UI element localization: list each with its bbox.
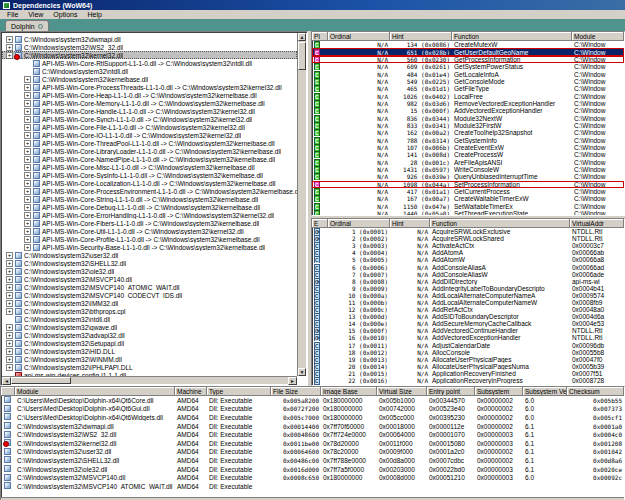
scroll-left-arrow[interactable]: ◄ xyxy=(2,377,11,385)
import-row[interactable]: CN/A1026 (0x0402)LocalFreeC:\Window xyxy=(312,92,624,99)
import-row[interactable]: CN/A833 (0x0341)Module32FirstWC:\Window xyxy=(312,122,624,129)
expand-toggle-icon[interactable]: + xyxy=(24,156,31,163)
import-row[interactable]: CN/A651 (0x028b)GetUserDefaultGeoNameC:\… xyxy=(312,48,624,55)
import-row[interactable]: CN/A141 (0x008d)CreateProcessWC:\Window xyxy=(312,151,624,158)
tree-item[interactable]: +C:\Windows\system32\dwmapi.dll xyxy=(2,35,297,43)
tree-item[interactable]: +C:\Windows\system32\WS2_32.dll xyxy=(2,43,297,51)
expand-toggle-icon[interactable]: + xyxy=(24,148,31,155)
tree-item[interactable]: +API-MS-Win-Core-Util-L1-1-0.dll -> C:\W… xyxy=(2,227,297,235)
export-row[interactable]: C18 (0x0012)N/AAllocConsole0x00055b8 xyxy=(312,349,624,356)
module-row[interactable]: C:\Windows\system32\MSVCP140.dllAMD64Dll… xyxy=(1,473,624,482)
column-header-VirtualAddr[interactable]: VirtualAddr xyxy=(570,219,624,227)
expand-toggle-icon[interactable]: + xyxy=(24,244,31,251)
tree-item[interactable]: C:\Windows\system32\ntdll.dll xyxy=(2,67,297,75)
tree-item[interactable]: +C:\Windows\system32\advapi32.dll xyxy=(2,331,297,339)
menu-options[interactable]: Options xyxy=(48,11,82,18)
expand-toggle-icon[interactable]: + xyxy=(6,284,13,291)
import-row[interactable]: CN/A1431 (0x0597)WriteConsoleWC:\Window xyxy=(312,166,624,173)
tree-item[interactable]: +API-MS-Win-Core-File-L1-1-0.dll -> C:\W… xyxy=(2,123,297,131)
tree-item[interactable]: +API-MS-Win-Core-Profile-L1-1-0.dll -> C… xyxy=(2,235,297,243)
tree-item[interactable]: +C:\Windows\system32\IMM32.dll xyxy=(2,299,297,307)
column-header-Machine[interactable]: Machine xyxy=(175,387,207,395)
expand-toggle-icon[interactable]: + xyxy=(24,164,31,171)
tree-item[interactable]: +API-MS-Win-Core-Localization-L1-1-0.dll… xyxy=(2,179,297,187)
tree-item[interactable]: +C:\Windows\system32\MSVCP140.dll xyxy=(2,275,297,283)
menu-file[interactable]: File xyxy=(2,11,23,18)
horizontal-scroll-thumb[interactable] xyxy=(11,377,71,384)
export-row[interactable]: C2 (0x0002)N/AAcquireSRWLockSharedNTDLL.… xyxy=(312,235,624,242)
import-row[interactable]: CN/A465 (0x01d1)GetFileTypeC:\Window xyxy=(312,85,624,92)
column-header-PI[interactable]: PI xyxy=(312,32,328,40)
import-row[interactable]: CN/A484 (0x01e4)GetLocaleInfoAC:\Window xyxy=(312,70,624,77)
expand-toggle-icon[interactable]: + xyxy=(6,52,13,59)
expand-toggle-icon[interactable]: + xyxy=(24,172,31,179)
column-header-Checksum[interactable]: Checksum xyxy=(567,387,624,395)
expand-toggle-icon[interactable]: + xyxy=(6,252,13,259)
module-row[interactable]: C:\Windows\system32\user32.dllAMD64Dll: … xyxy=(1,448,624,457)
expand-toggle-icon[interactable]: + xyxy=(24,116,31,123)
import-row[interactable]: CN/A788 (0x0314)GetSystemInfoC:\Window xyxy=(312,136,624,143)
import-row[interactable]: CN/A549 (0x0225)GetConsoleModeC:\Window xyxy=(312,78,624,85)
export-row[interactable]: C15 (0x000f)N/AAddVectoredContinueHandle… xyxy=(312,327,624,334)
tree-item[interactable]: +API-MS-Win-Core-Memory-L1-1-0.dll -> C:… xyxy=(2,99,297,107)
column-header-Subsystem[interactable]: Subsystem xyxy=(475,387,523,395)
column-header-Entry point[interactable]: Entry point xyxy=(427,387,475,395)
expand-toggle-icon[interactable]: + xyxy=(6,356,13,363)
tree-item[interactable]: +API-MS-Win-Core-Debug-L1-1-0.dll -> C:\… xyxy=(2,203,297,211)
tree-item[interactable]: +C:\Windows\system32\kernel32.dll xyxy=(2,51,297,59)
tree-item[interactable]: +C:\Windows\system32\MSVCP140_CODECVT_ID… xyxy=(2,291,297,299)
tree-item[interactable]: +API-MS-Win-Core-ThreadPool-L1-1-0.dll -… xyxy=(2,139,297,147)
column-header-Function[interactable]: Function xyxy=(452,32,572,40)
expand-toggle-icon[interactable]: + xyxy=(24,132,31,139)
column-header-Subsystem Ver.[interactable]: Subsystem Ver. xyxy=(523,387,567,395)
tree-item[interactable]: +API-MS-Win-Core-ProcessThreads-L1-1-0.d… xyxy=(2,83,297,91)
import-row[interactable]: CN/A28 (0x001c)AreFileApisANSIC:\Window xyxy=(312,159,624,166)
tree-item[interactable]: +API-MS-Win-Security-Base-L1-1-0.dll -> … xyxy=(2,243,297,251)
column-header-Image Base[interactable]: Image Base xyxy=(321,387,377,395)
column-header-icon[interactable] xyxy=(1,387,15,395)
expand-toggle-icon[interactable]: + xyxy=(24,180,31,187)
module-row[interactable]: C:\Windows\system32\kernel32.dllAMD64Dll… xyxy=(1,439,624,448)
expand-toggle-icon[interactable]: + xyxy=(24,124,31,131)
tree-item[interactable]: +API-MS-Win-Core-Heap-L1-1-0.dll -> C:\W… xyxy=(2,91,297,99)
import-row[interactable]: CN/A15 (0x000f)AddVectoredExceptionHandl… xyxy=(312,107,624,114)
export-row[interactable]: C8 (0x0008)N/AAddDllDirectoryapi-ms-wi xyxy=(312,278,624,285)
export-row[interactable]: C12 (0x000c)N/AAddRefActCtx0x00048a0 xyxy=(312,306,624,313)
import-row[interactable]: CN/A836 (0x0344)Module32NextWC:\Window xyxy=(312,114,624,121)
tree-item[interactable]: +C:\Windows\system32\MSVCP140_ATOMIC_WAI… xyxy=(2,283,297,291)
export-row[interactable]: C3 (0x0003)N/AActivateActCtx0x00003c7 xyxy=(312,242,624,249)
export-row[interactable]: C4 (0x0004)N/AAddAtomA0x00066ab xyxy=(312,249,624,256)
tree-item[interactable]: +C:\Windows\system32\IPHLPAPI.DLL xyxy=(2,363,297,371)
tree-item[interactable]: API-MS-Win-Core-RtlSupport-L1-1-0.dll ->… xyxy=(2,59,297,67)
tree-item[interactable]: +C:\Windows\system32\HID.DLL xyxy=(2,347,297,355)
column-header-Hint[interactable]: Hint xyxy=(390,219,430,227)
tree-item[interactable]: +API-MS-Win-Core-Misc-L1-1-0.dll -> C:\W… xyxy=(2,163,297,171)
column-header-Module[interactable]: Module xyxy=(572,32,624,40)
expand-toggle-icon[interactable]: + xyxy=(6,332,13,339)
module-row[interactable]: C:\Windows\system32\SHELL32.dllAMD64Dll:… xyxy=(1,456,624,465)
expand-toggle-icon[interactable]: + xyxy=(24,140,31,147)
export-row[interactable]: C16 (0x0010)N/AAddVectoredExceptionHandl… xyxy=(312,334,624,341)
column-header-Ordinal[interactable]: Ordinal xyxy=(328,32,390,40)
expand-toggle-icon[interactable]: + xyxy=(6,340,13,347)
tree-item[interactable]: +C:\Windows\system32\qwave.dll xyxy=(2,323,297,331)
import-row[interactable]: CN/A1098 (0x044a)SetProcessInformationC:… xyxy=(312,181,624,188)
tree-item[interactable]: +API-MS-Win-Core-NamedPipe-L1-1-0.dll ->… xyxy=(2,155,297,163)
scroll-down-arrow[interactable]: ▼ xyxy=(298,368,306,376)
expand-toggle-icon[interactable]: + xyxy=(6,44,13,51)
tree-item[interactable]: +C:\Windows\system32\Setupapi.dll xyxy=(2,339,297,347)
import-row[interactable]: CN/A1440 (0x05a0)SetThreadExecutionState… xyxy=(312,210,624,216)
expand-toggle-icon[interactable]: + xyxy=(24,92,31,99)
expand-toggle-icon[interactable]: + xyxy=(6,260,13,267)
tree-item[interactable]: +C:\Windows\system32\kernelbase.dll xyxy=(2,75,297,83)
import-row[interactable]: CN/A417 (0x01a1)GetCurrentProcessC:\Wind… xyxy=(312,188,624,195)
expand-toggle-icon[interactable]: + xyxy=(24,100,31,107)
tree-item[interactable]: +C:\Windows\system32\ole32.dll xyxy=(2,267,297,275)
tree-item[interactable]: +API-MS-Win-Core-Synch-L1-1-0.dll -> C:\… xyxy=(2,115,297,123)
tree-item[interactable]: +API-MS-Win-Core-Fibers-L1-1-0.dll -> C:… xyxy=(2,219,297,227)
column-header-Type[interactable]: Type xyxy=(207,387,271,395)
expand-toggle-icon[interactable]: + xyxy=(24,220,31,227)
expand-toggle-icon[interactable]: + xyxy=(6,292,13,299)
expand-toggle-icon[interactable]: + xyxy=(6,276,13,283)
export-row[interactable]: C13 (0x000d)N/AAddSIDToBoundaryDescripto… xyxy=(312,313,624,320)
